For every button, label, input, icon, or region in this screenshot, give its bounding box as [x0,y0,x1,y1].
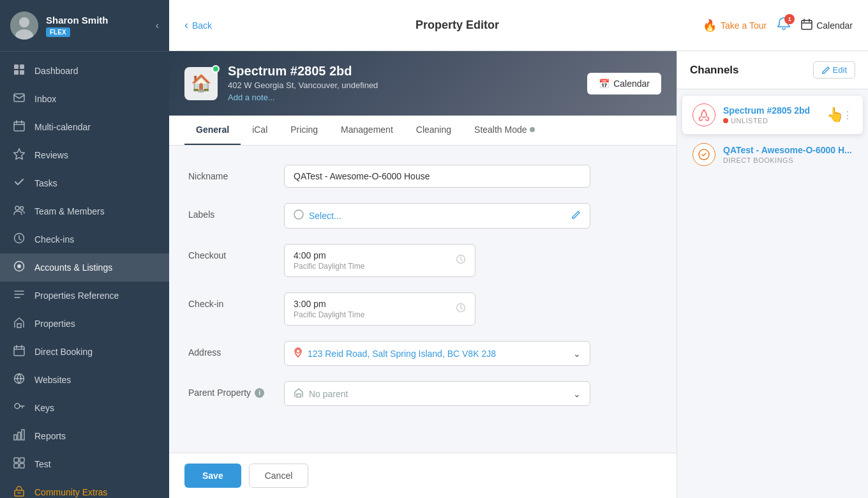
sidebar-item-test[interactable]: Test [0,450,169,478]
clock-icon-2 [456,303,466,315]
channel-name-airbnb: Spectrum #2805 2bd [723,105,835,116]
labels-input-area: Select... [284,203,657,229]
svg-rect-23 [20,458,24,462]
svg-rect-19 [14,435,17,440]
team-icon [13,204,26,218]
checkin-input-area: 3:00 pm Pacific Daylight Time [284,292,657,326]
checkout-label: Checkout [188,244,271,260]
property-main: 🏠 Spectrum #2805 2bd 402 W Georgia St, V… [169,51,677,498]
checkout-time-input[interactable]: 4:00 pm Pacific Daylight Time [284,244,475,277]
sidebar-item-community-extras[interactable]: Community Extras [0,478,169,498]
sidebar-item-label: Direct Booking [34,347,93,357]
sidebar-item-direct-booking[interactable]: Direct Booking [0,338,169,366]
sidebar-item-reviews[interactable]: Reviews [0,141,169,169]
calendar-label: Calendar [816,20,853,31]
sidebar-item-label: Test [34,459,51,469]
channel-info-airbnb: Spectrum #2805 2bd UNLISTED [723,105,835,124]
channel-type-text: DIRECT BOOKINGS [723,156,793,164]
sidebar-item-websites[interactable]: Websites [0,366,169,394]
parent-home-icon [294,388,304,400]
sidebar-item-inbox[interactable]: Inbox [0,85,169,113]
channels-title: Channels [690,64,739,77]
back-arrow-icon: ‹ [184,19,188,32]
sidebar-item-label: Properties Reference [34,290,119,301]
svg-rect-8 [14,122,24,131]
sidebar-item-team-members[interactable]: Team & Members [0,197,169,225]
direct-booking-icon [13,345,26,359]
add-note-link[interactable]: Add a note... [228,93,275,102]
tab-general[interactable]: General [184,116,241,145]
checkin-row: Check-in 3:00 pm Pacific Daylight Time [188,292,657,326]
property-home-icon: 🏠 [191,73,211,93]
save-button[interactable]: Save [184,464,241,488]
nickname-input[interactable] [284,165,590,188]
address-row: Address 123 Reid Road, Salt Spring Islan… [188,341,657,366]
calendar-button[interactable]: Calendar [801,19,853,32]
tab-ical[interactable]: iCal [241,116,279,145]
channels-edit-button[interactable]: Edit [813,61,855,79]
channels-header: Channels Edit [677,51,868,89]
sidebar-item-label: Community Extras [34,487,107,497]
sidebar-item-label: Properties [34,319,75,329]
back-label: Back [192,20,212,31]
svg-rect-22 [14,458,19,462]
sidebar-item-properties[interactable]: Properties [0,310,169,338]
sidebar-item-label: Reviews [34,150,68,160]
main-content: ‹ Back Property Editor 🔥 Take a Tour 1 C… [169,0,868,498]
take-tour-label: Take a Tour [721,20,767,31]
tab-pricing[interactable]: Pricing [279,116,329,145]
checkin-label: Check-in [188,292,271,309]
cancel-button[interactable]: Cancel [249,464,309,488]
property-icon-box: 🏠 [184,67,218,100]
tab-stealth-mode[interactable]: Stealth Mode [463,116,546,145]
channel-more-menu[interactable]: ⋮ [842,109,853,121]
labels-select[interactable]: Select... [284,203,590,229]
svg-point-10 [15,206,19,210]
back-button[interactable]: ‹ Back [184,19,212,32]
sidebar-item-dashboard[interactable]: Dashboard [0,57,169,85]
svg-rect-15 [17,324,21,328]
address-chevron-icon: ⌄ [573,349,581,359]
svg-rect-16 [14,347,24,356]
user-name: Sharon Smith [46,15,148,26]
checkout-input-area: 4:00 pm Pacific Daylight Time [284,244,657,277]
sidebar-item-label: Tasks [34,178,57,188]
svg-point-14 [17,264,21,268]
nickname-label: Nickname [188,165,271,181]
checkin-time-value: 3:00 pm [294,299,364,309]
sidebar-item-properties-reference[interactable]: Properties Reference [0,282,169,310]
tab-management[interactable]: Management [329,116,405,145]
airbnb-icon [692,103,715,126]
channel-item-airbnb[interactable]: Spectrum #2805 2bd UNLISTED ⋮ 👆 [682,96,863,134]
checkout-row: Checkout 4:00 pm Pacific Daylight Time [188,244,657,277]
sidebar: Sharon Smith FLEX ‹ Dashboard Inbox Mult… [0,0,169,498]
svg-point-11 [20,207,24,210]
property-calendar-button[interactable]: 📅 Calendar [587,73,661,94]
multi-calendar-icon [13,120,26,134]
sidebar-item-reports[interactable]: Reports [0,422,169,450]
tab-cleaning[interactable]: Cleaning [405,116,463,145]
checkin-timezone: Pacific Daylight Time [294,310,364,319]
tour-flame-icon: 🔥 [703,19,717,33]
notifications-button[interactable]: 1 [777,17,791,34]
tabs-bar: General iCal Pricing Management Cleaning… [169,116,677,146]
sidebar-nav: Dashboard Inbox Multi-calendar Reviews [0,52,169,498]
channel-item-direct[interactable]: QATest - Awesome-O-6000 H... DIRECT BOOK… [682,135,863,174]
sidebar-item-keys[interactable]: Keys [0,394,169,422]
sidebar-item-tasks[interactable]: Tasks [0,169,169,197]
take-tour-button[interactable]: 🔥 Take a Tour [703,19,767,33]
reports-icon [13,429,26,443]
sidebar-item-accounts-listings[interactable]: Accounts & Listings [0,253,169,282]
notification-badge: 1 [784,14,795,24]
address-input[interactable]: 123 Reid Road, Salt Spring Island, BC V8… [284,341,590,366]
accounts-icon [13,260,26,275]
collapse-button[interactable]: ‹ [156,20,159,31]
sidebar-item-multi-calendar[interactable]: Multi-calendar [0,113,169,141]
stealth-indicator [530,127,535,132]
calendar-icon [801,19,812,32]
parent-property-select[interactable]: No parent ⌄ [284,381,590,406]
form-actions: Save Cancel [169,453,677,498]
checkin-time-input[interactable]: 3:00 pm Pacific Daylight Time [284,292,475,326]
sidebar-item-check-ins[interactable]: Check-ins [0,225,169,253]
parent-property-label: Parent Property [188,388,251,398]
